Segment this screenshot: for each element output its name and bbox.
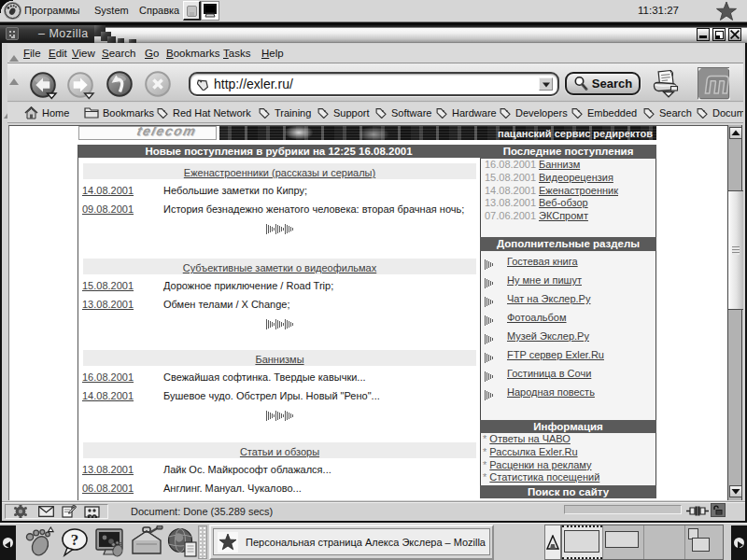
bookmarks-button[interactable]: Bookmarks: [84, 103, 154, 122]
bookmark-item-developers[interactable]: Developers: [500, 103, 568, 122]
panel-menu-system[interactable]: System: [94, 0, 129, 21]
url-text[interactable]: http://exler.ru/: [214, 77, 293, 91]
menu-search[interactable]: Search: [102, 44, 135, 63]
bookmark-item-hardware[interactable]: Hardware: [436, 103, 497, 122]
bookmark-item-search[interactable]: Search: [643, 103, 692, 122]
toolbox-launcher[interactable]: [129, 525, 164, 559]
workspace-1-active[interactable]: [562, 525, 602, 559]
tasklist-handle[interactable]: [198, 525, 207, 559]
sidebar-info-header: Информация: [480, 420, 656, 433]
sidebar-extra-link[interactable]: Музей Экслер.Ру: [507, 330, 589, 342]
section-link[interactable]: Субъективные заметки о видеофильмах: [183, 262, 376, 273]
panel-hide-right-button[interactable]: [731, 525, 747, 560]
sidebar-info-link[interactable]: Ответы на ЧАВО: [489, 433, 571, 444]
panel-menu-programs[interactable]: Программы: [24, 0, 79, 21]
banner-image[interactable]: пацанский сервис редиректов: [219, 126, 656, 140]
sidebar-extra-link[interactable]: Фотоальбом: [507, 312, 567, 323]
recent-link[interactable]: Еженастроенник: [539, 185, 618, 196]
item-date-link[interactable]: 09.08.2001: [82, 203, 140, 215]
panel-applet-monitor-button[interactable]: [201, 1, 219, 21]
bookmark-item-training[interactable]: Training: [259, 103, 311, 122]
item-date-link[interactable]: 13.08.2001: [82, 464, 140, 475]
menu-edit[interactable]: Edit: [49, 44, 67, 63]
sidebar-info-link[interactable]: Статистика посещений: [489, 471, 599, 483]
maximize-button[interactable]: [712, 28, 726, 41]
help-launcher[interactable]: ?: [60, 525, 90, 559]
recent-link[interactable]: Баннизм: [539, 159, 580, 170]
bookmark-item-red-hat-network[interactable]: Red Hat Network: [157, 103, 251, 122]
item-date-link[interactable]: 06.08.2001: [82, 483, 140, 494]
home-button[interactable]: Home: [24, 103, 69, 122]
menu-file[interactable]: File: [23, 44, 41, 63]
deskguide-arrow-button[interactable]: [544, 525, 561, 560]
workspace-2[interactable]: [603, 525, 643, 559]
sidebar-extra-link[interactable]: Народная повесть: [507, 386, 595, 398]
toolbar-grippy[interactable]: [9, 78, 19, 85]
url-dropdown-button[interactable]: [539, 77, 553, 91]
sidebar-extra-link[interactable]: Гостевая книга: [507, 256, 578, 267]
search-button[interactable]: Search: [565, 72, 641, 95]
bookmark-item-software[interactable]: Software: [375, 103, 431, 122]
section-link[interactable]: Статьи и обзоры: [240, 446, 319, 457]
mozilla-throbber[interactable]: [698, 67, 729, 99]
minimize-button[interactable]: [697, 28, 710, 41]
item-date-link[interactable]: 13.08.2001: [82, 299, 140, 310]
section-link[interactable]: Еженастроенники (рассказы и сериалы): [184, 167, 375, 178]
menu-bookmarks[interactable]: Bookmarks: [166, 44, 220, 63]
sidebar-info-link[interactable]: Рассылка Exler.Ru: [489, 446, 577, 457]
sidebar-extra-link[interactable]: FTP сервер Exler.Ru: [507, 349, 604, 360]
pager-window[interactable]: [692, 538, 710, 552]
navigator-icon[interactable]: [10, 505, 31, 518]
web-launcher[interactable]: [166, 525, 200, 559]
close-button[interactable]: [728, 28, 741, 41]
back-button[interactable]: [30, 71, 67, 103]
panel-applet-window-button[interactable]: [183, 1, 201, 21]
bookmark-item-documentation[interactable]: Documentation: [697, 103, 743, 122]
task-button-mozilla[interactable]: Персональная страница Алекса Экслера – M…: [209, 525, 494, 560]
panel-menu-help[interactable]: Справка: [139, 0, 179, 21]
address-book-icon[interactable]: [84, 506, 100, 518]
sidebar-extra-link[interactable]: Гостиница в Сочи: [507, 368, 591, 379]
recent-link[interactable]: Веб-обзор: [539, 197, 588, 208]
workspace-3[interactable]: [644, 525, 684, 559]
url-bar[interactable]: http://exler.ru/: [189, 72, 559, 96]
item-date-link[interactable]: 16.08.2001: [82, 371, 140, 383]
bookmark-item-support[interactable]: Support: [317, 103, 370, 122]
print-button[interactable]: [651, 68, 683, 100]
reload-button[interactable]: [106, 70, 134, 102]
scroll-up-button[interactable]: [729, 127, 742, 139]
vertical-scrollbar[interactable]: [727, 125, 742, 500]
item-date-link[interactable]: 15.08.2001: [82, 280, 140, 291]
scroll-down-button[interactable]: [729, 485, 742, 497]
composer-icon[interactable]: [62, 505, 77, 518]
window-titlebar[interactable]: – Mozilla: [0, 25, 747, 43]
menu-tasks[interactable]: Tasks: [223, 44, 250, 63]
forward-button[interactable]: [67, 71, 105, 103]
pager-window[interactable]: [605, 531, 639, 548]
config-tool-launcher[interactable]: [93, 525, 127, 559]
menu-go[interactable]: Go: [145, 44, 159, 63]
sidebar-extra-link[interactable]: Ну мне и пишут: [507, 274, 582, 286]
bookmark-item-embedded[interactable]: Embedded: [571, 103, 637, 122]
panel-hide-left-button[interactable]: [0, 525, 16, 560]
banner-telecom-box[interactable]: telecom: [78, 126, 217, 140]
recent-link[interactable]: ЭКСпромт: [539, 210, 588, 221]
panel-star-icon[interactable]: [715, 1, 738, 21]
sidebar-info-link[interactable]: Расценки на рекламу: [489, 459, 591, 470]
window-menu-icon[interactable]: [6, 27, 19, 40]
online-plug-icon[interactable]: [685, 504, 710, 518]
security-lock-button[interactable]: [711, 503, 726, 517]
item-date-link[interactable]: 14.08.2001: [82, 185, 140, 196]
menu-view[interactable]: View: [72, 44, 95, 63]
recent-link[interactable]: Видеорецензия: [539, 172, 613, 183]
gnome-foot-launcher[interactable]: [21, 525, 57, 559]
stop-button[interactable]: [145, 70, 173, 102]
workspace-4[interactable]: [685, 525, 725, 559]
pager-window[interactable]: [564, 530, 599, 553]
item-date-link[interactable]: 14.08.2001: [82, 390, 140, 401]
scrollbar-thumb[interactable]: [728, 190, 743, 310]
menu-help[interactable]: Help: [261, 44, 284, 63]
section-link[interactable]: Баннизмы: [255, 354, 303, 365]
sidebar-extra-link[interactable]: Чат на Экслер.Ру: [507, 293, 590, 304]
mail-icon[interactable]: [38, 506, 54, 517]
